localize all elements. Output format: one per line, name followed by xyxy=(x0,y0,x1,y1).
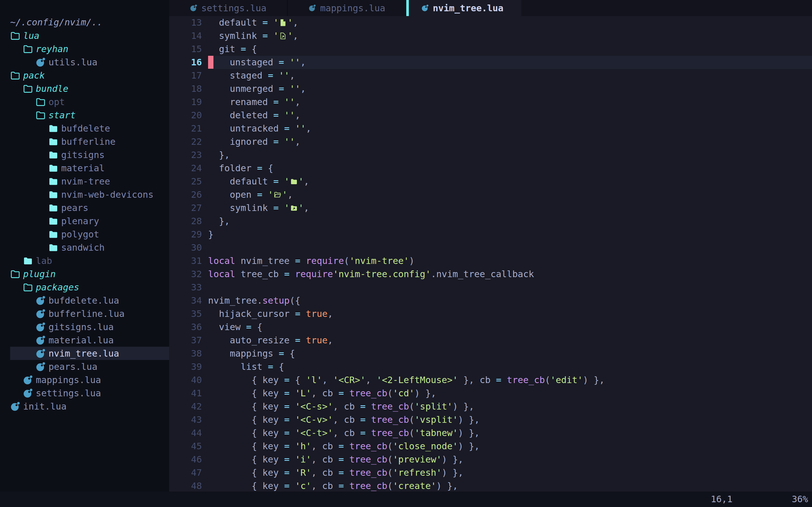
tree-item-label: bufferline.lua xyxy=(49,308,124,319)
tree-item-bufferline-lua[interactable]: bufferline.lua xyxy=(0,307,169,320)
code-line-45[interactable]: 45 { key = 'h', cb = tree_cb('close_node… xyxy=(169,440,812,453)
tree-item-gitsigns-lua[interactable]: gitsigns.lua xyxy=(0,320,169,334)
code-line-23[interactable]: 23 }, xyxy=(169,149,812,162)
tree-item-settings-lua[interactable]: settings.lua xyxy=(0,386,169,400)
code-line-24[interactable]: 24 folder = { xyxy=(169,162,812,175)
tree-item-nvim-tree-lua[interactable]: nvim_tree.lua xyxy=(0,347,169,360)
code-line-27[interactable]: 27 symlink = '', xyxy=(169,202,812,215)
code-line-43[interactable]: 43 { key = '<C-v>', cb = tree_cb('vsplit… xyxy=(169,413,812,427)
code-line-31[interactable]: 31local nvim_tree = require('nvim-tree') xyxy=(169,255,812,268)
line-number: 15 xyxy=(169,43,202,56)
lua-icon xyxy=(421,4,429,12)
code-line-13[interactable]: 13 default = '', xyxy=(169,16,812,29)
tree-item-label: plenary xyxy=(61,216,99,226)
code-line-26[interactable]: 26 open = '', xyxy=(169,188,812,202)
lua-icon xyxy=(308,4,316,12)
tree-item-nvim-web-devicons[interactable]: nvim-web-devicons xyxy=(0,188,169,201)
tree-item-bufferline[interactable]: bufferline xyxy=(0,135,169,148)
tree-item-label: settings.lua xyxy=(36,388,101,399)
folder-filled-icon xyxy=(48,229,58,239)
tree-item-polygot[interactable]: polygot xyxy=(0,228,169,241)
line-number: 26 xyxy=(169,188,202,202)
tree-item-bufdelete[interactable]: bufdelete xyxy=(0,122,169,135)
code-line-35[interactable]: 35 hijack_cursor = true, xyxy=(169,307,812,321)
code-line-18[interactable]: 18 unmerged = '', xyxy=(169,82,812,96)
tree-item-pack[interactable]: pack xyxy=(0,69,169,82)
tree-item-material-lua[interactable]: material.lua xyxy=(0,334,169,347)
tree-item-label: nvim-web-devicons xyxy=(61,189,154,200)
tab-nvim-tree-lua[interactable]: nvim_tree.lua xyxy=(409,0,521,16)
code-line-28[interactable]: 28 }, xyxy=(169,215,812,228)
tree-item-opt[interactable]: opt xyxy=(0,95,169,108)
tree-item-label: opt xyxy=(49,97,65,107)
code-line-16[interactable]: 16 unstaged = '', xyxy=(169,56,812,69)
tree-item-plugin[interactable]: plugin xyxy=(0,267,169,281)
code-line-46[interactable]: 46 { key = 'i', cb = tree_cb('preview') … xyxy=(169,453,812,466)
lua-icon xyxy=(190,4,197,12)
tree-root-path[interactable]: ~/.config/nvim/.. xyxy=(0,16,169,29)
code-line-44[interactable]: 44 { key = '<C-t>', cb = tree_cb('tabnew… xyxy=(169,427,812,440)
line-text: unmerged = '', xyxy=(202,83,306,94)
code-line-41[interactable]: 41 { key = 'L', cb = tree_cb('cd') }, xyxy=(169,387,812,400)
tree-item-reyhan[interactable]: reyhan xyxy=(0,42,169,55)
code-line-40[interactable]: 40 { key = { 'l', '<CR>', '<2-LeftMouse>… xyxy=(169,374,812,387)
code-line-17[interactable]: 17 staged = '', xyxy=(169,69,812,82)
code-line-14[interactable]: 14 symlink = '', xyxy=(169,29,812,43)
lua-icon xyxy=(23,375,33,385)
code-line-29[interactable]: 29} xyxy=(169,228,812,241)
tree-item-init-lua[interactable]: init.lua xyxy=(0,400,169,413)
tree-item-nvim-tree[interactable]: nvim-tree xyxy=(0,175,169,188)
line-text: { key = '<C-s>', cb = tree_cb('split') }… xyxy=(202,401,474,412)
tree-item-plenary[interactable]: plenary xyxy=(0,214,169,228)
tree-item-pears-lua[interactable]: pears.lua xyxy=(0,360,169,373)
code-line-34[interactable]: 34nvim_tree.setup({ xyxy=(169,294,812,307)
code-line-19[interactable]: 19 renamed = '', xyxy=(169,96,812,109)
code-line-33[interactable]: 33 xyxy=(169,281,812,294)
tab-settings-lua[interactable]: settings.lua xyxy=(169,0,288,16)
line-number: 38 xyxy=(169,347,202,360)
line-number: 36 xyxy=(169,321,202,334)
tree-item-label: material xyxy=(61,163,105,173)
code-line-25[interactable]: 25 default = '', xyxy=(169,175,812,188)
code-line-42[interactable]: 42 { key = '<C-s>', cb = tree_cb('split'… xyxy=(169,400,812,413)
statusline: 16,1 36% xyxy=(0,492,812,507)
tree-item-gitsigns[interactable]: gitsigns xyxy=(0,148,169,161)
line-text: staged = '', xyxy=(202,70,295,81)
code-line-20[interactable]: 20 deleted = '', xyxy=(169,109,812,122)
tab-mappings-lua[interactable]: mappings.lua xyxy=(288,0,406,16)
line-number: 13 xyxy=(169,16,202,29)
tree-item-material[interactable]: material xyxy=(0,161,169,175)
tree-item-pears[interactable]: pears xyxy=(0,201,169,214)
tree-item-start[interactable]: start xyxy=(0,108,169,122)
code-line-30[interactable]: 30 xyxy=(169,241,812,255)
line-text: folder = { xyxy=(202,163,273,173)
code-line-22[interactable]: 22 ignored = '', xyxy=(169,135,812,149)
code-line-47[interactable]: 47 { key = 'R', cb = tree_cb('refresh') … xyxy=(169,466,812,480)
tree-item-bufdelete-lua[interactable]: bufdelete.lua xyxy=(0,294,169,307)
code-line-15[interactable]: 15 git = { xyxy=(169,43,812,56)
folder-symlink-icon xyxy=(290,204,298,212)
line-text: } xyxy=(202,229,213,240)
folder-filled-icon xyxy=(48,216,58,226)
code-line-37[interactable]: 37 auto_resize = true, xyxy=(169,334,812,347)
code-line-36[interactable]: 36 view = { xyxy=(169,321,812,334)
code-line-48[interactable]: 48 { key = 'c', cb = tree_cb('create') }… xyxy=(169,480,812,492)
code-line-39[interactable]: 39 list = { xyxy=(169,360,812,374)
tree-item-packages[interactable]: packages xyxy=(0,281,169,294)
code-line-21[interactable]: 21 untracked = '', xyxy=(169,122,812,135)
tree-item-sandwich[interactable]: sandwich xyxy=(0,241,169,254)
line-text: { key = 'L', cb = tree_cb('cd') }, xyxy=(202,388,436,399)
line-text: symlink = '', xyxy=(202,203,309,213)
tree-item-label: packages xyxy=(36,282,79,293)
tree-item-lab[interactable]: lab xyxy=(0,254,169,267)
lua-icon xyxy=(36,295,46,305)
code-line-32[interactable]: 32local tree_cb = require'nvim-tree.conf… xyxy=(169,268,812,281)
code-area[interactable]: 13 default = '',14 symlink = '',15 git =… xyxy=(169,16,812,492)
lua-icon xyxy=(36,57,46,67)
tree-item-lua[interactable]: lua xyxy=(0,29,169,42)
tree-item-utils-lua[interactable]: utils.lua xyxy=(0,55,169,69)
tree-item-mappings-lua[interactable]: mappings.lua xyxy=(0,373,169,386)
code-line-38[interactable]: 38 mappings = { xyxy=(169,347,812,360)
tree-item-bundle[interactable]: bundle xyxy=(0,82,169,95)
line-number: 29 xyxy=(169,228,202,241)
